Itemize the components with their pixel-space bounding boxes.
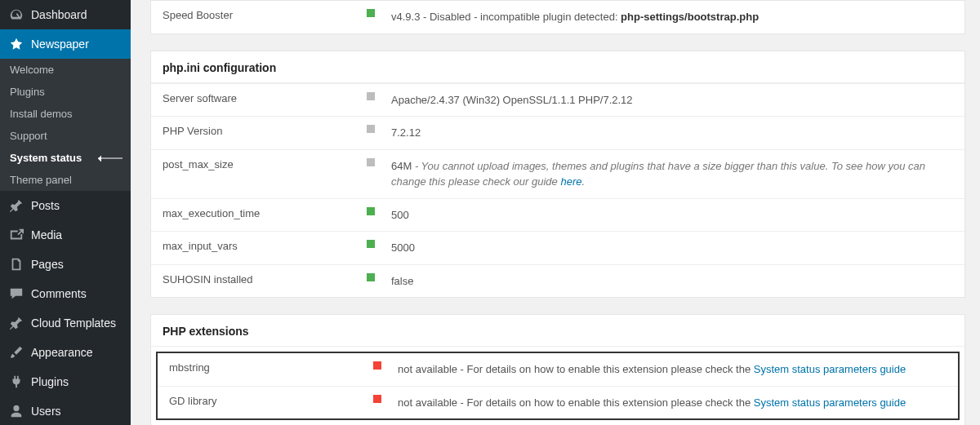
sidebar-item-label: Cloud Templates (31, 317, 116, 330)
table-row: post_max_size 64M - You cannot upload im… (151, 149, 964, 198)
row-label: SUHOSIN installed (163, 273, 367, 286)
guide-link[interactable]: here (560, 175, 581, 188)
highlight-box: mbstring not available - For details on … (156, 352, 960, 420)
row-value: Apache/2.4.37 (Win32) OpenSSL/1.1.1 PHP/… (391, 92, 953, 108)
sidebar-item-users[interactable]: Users (0, 396, 131, 425)
comments-icon (8, 286, 24, 302)
submenu-item-theme-panel[interactable]: Theme panel (0, 169, 131, 191)
newspaper-icon (8, 36, 24, 52)
row-value: not available - For details on how to en… (398, 361, 947, 378)
status-indicator (367, 273, 391, 281)
sidebar: Dashboard Newspaper Welcome Plugins Inst… (0, 0, 131, 425)
user-icon (8, 403, 24, 419)
row-value: false (391, 273, 953, 290)
sidebar-item-label: Dashboard (31, 8, 87, 21)
row-label: post_max_size (163, 158, 367, 170)
square-red-icon (373, 395, 381, 403)
sidebar-item-plugins[interactable]: Plugins (0, 367, 131, 396)
main-content: Speed Booster v4.9.3 - Disabled - incomp… (131, 0, 980, 425)
status-indicator (367, 92, 391, 100)
square-red-icon (373, 361, 381, 370)
guide-link[interactable]: System status parameters guide (754, 396, 906, 409)
square-gray-icon (367, 158, 375, 166)
row-value: v4.9.3 - Disabled - incompatible plugin … (391, 9, 953, 25)
status-indicator (373, 395, 398, 403)
panel-title: php.ini configuration (151, 51, 964, 83)
sidebar-item-appearance[interactable]: Appearance (0, 338, 131, 367)
arrow-indicator (98, 157, 122, 158)
table-row: Speed Booster v4.9.3 - Disabled - incomp… (151, 1, 964, 33)
dashboard-icon (8, 7, 24, 23)
status-indicator (367, 240, 391, 248)
square-green-icon (367, 273, 375, 281)
table-row: GD library not available - For details o… (158, 386, 958, 419)
panel-php-extensions: PHP extensions mbstring not available - … (150, 314, 965, 425)
plug-icon (8, 374, 24, 390)
pin-icon (8, 315, 24, 331)
brush-icon (8, 344, 24, 361)
status-indicator (373, 361, 398, 370)
row-label: PHP Version (163, 125, 367, 137)
submenu-item-support[interactable]: Support (0, 125, 131, 147)
table-row: PHP Version 7.2.12 (151, 116, 964, 149)
sidebar-item-label: Appearance (31, 346, 93, 359)
sidebar-item-label: Posts (31, 199, 60, 212)
submenu-item-welcome[interactable]: Welcome (0, 59, 131, 81)
pin-icon (8, 197, 24, 214)
row-label: max_input_vars (163, 240, 367, 252)
square-gray-icon (367, 92, 375, 100)
panel-top: Speed Booster v4.9.3 - Disabled - incomp… (150, 0, 965, 34)
sidebar-item-label: Newspaper (31, 38, 89, 51)
submenu-item-system-status[interactable]: System status (0, 147, 131, 169)
sidebar-item-label: Media (31, 228, 62, 241)
row-value: 64M - You cannot upload images, themes a… (391, 158, 953, 190)
sidebar-item-label: Pages (31, 258, 64, 271)
panel-php-ini: php.ini configuration Server software Ap… (150, 51, 965, 299)
square-green-icon (367, 207, 375, 215)
table-row: Server software Apache/2.4.37 (Win32) Op… (151, 83, 964, 117)
table-row: max_input_vars 5000 (151, 231, 964, 264)
submenu-item-plugins[interactable]: Plugins (0, 81, 131, 103)
row-value: 5000 (391, 240, 953, 256)
panel-title: PHP extensions (151, 315, 964, 347)
status-indicator (367, 158, 391, 166)
sidebar-item-posts[interactable]: Posts (0, 191, 131, 220)
row-label: max_execution_time (163, 207, 367, 219)
table-row: mbstring not available - For details on … (158, 353, 958, 386)
media-icon (8, 227, 24, 243)
row-value: 7.2.12 (391, 125, 953, 141)
square-gray-icon (367, 125, 375, 133)
row-label: Server software (163, 92, 367, 104)
square-green-icon (367, 9, 375, 17)
row-label: GD library (169, 395, 373, 407)
pages-icon (8, 256, 24, 272)
sidebar-item-newspaper[interactable]: Newspaper (0, 29, 131, 59)
sidebar-item-label: Plugins (31, 375, 69, 388)
sidebar-item-dashboard[interactable]: Dashboard (0, 0, 131, 29)
table-row: SUHOSIN installed false (151, 264, 964, 298)
sidebar-item-pages[interactable]: Pages (0, 250, 131, 279)
row-label: mbstring (169, 361, 373, 374)
row-value: 500 (391, 207, 953, 224)
table-row: max_execution_time 500 (151, 198, 964, 232)
status-indicator (367, 125, 391, 133)
status-indicator (367, 9, 391, 17)
row-value: not available - For details on how to en… (398, 395, 947, 411)
sidebar-item-comments[interactable]: Comments (0, 279, 131, 308)
sidebar-submenu: Welcome Plugins Install demos Support Sy… (0, 59, 131, 191)
sidebar-item-media[interactable]: Media (0, 220, 131, 250)
submenu-item-install-demos[interactable]: Install demos (0, 103, 131, 125)
status-indicator (367, 207, 391, 215)
guide-link[interactable]: System status parameters guide (754, 363, 906, 375)
sidebar-item-label: Users (31, 405, 61, 418)
row-label: Speed Booster (163, 9, 367, 21)
sidebar-item-label: Comments (31, 287, 87, 300)
square-green-icon (367, 240, 375, 248)
sidebar-item-cloud-templates[interactable]: Cloud Templates (0, 308, 131, 338)
